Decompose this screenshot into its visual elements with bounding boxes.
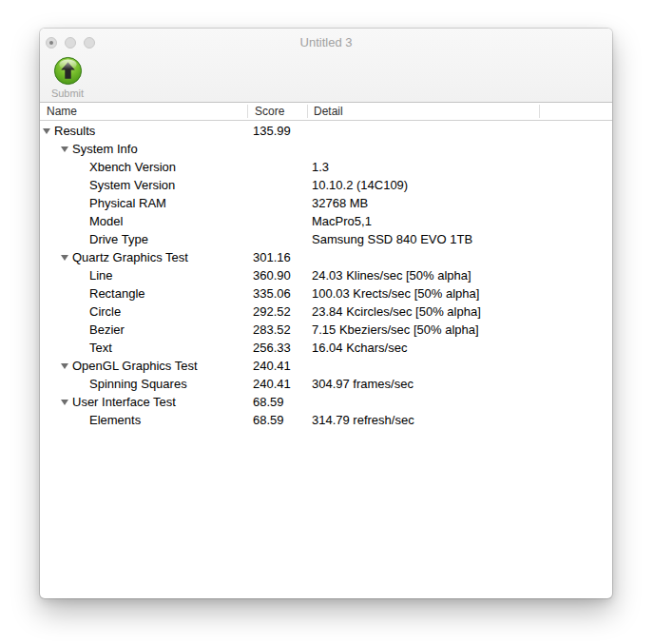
table-body: Results135.99System InfoXbench Version1.… — [40, 122, 612, 429]
row-name: OpenGL Graphics Test — [72, 357, 198, 375]
row-score: 256.33 — [253, 339, 291, 357]
submit-button[interactable]: Submit — [48, 56, 87, 99]
row-name: Quartz Graphics Test — [72, 248, 188, 266]
row-detail: 32768 MB — [312, 194, 368, 212]
row-name: Drive Type — [89, 230, 148, 248]
table-row[interactable]: Circle292.5223.84 Kcircles/sec [50% alph… — [40, 302, 612, 321]
row-score: 283.52 — [253, 321, 291, 339]
table-row[interactable]: Spinning Squares240.41304.97 frames/sec — [40, 375, 612, 393]
disclosure-spacer — [78, 321, 89, 339]
titlebar[interactable]: Untitled 3 — [40, 29, 612, 55]
table-row[interactable]: Physical RAM32768 MB — [40, 194, 612, 212]
disclosure-spacer — [78, 302, 89, 321]
row-score: 135.99 — [253, 122, 291, 140]
xbench-window: Untitled 3 — [40, 29, 612, 598]
row-score: 301.16 — [253, 248, 291, 266]
row-detail: 23.84 Kcircles/sec [50% alpha] — [312, 302, 481, 321]
row-name: System Version — [89, 176, 175, 194]
disclosure-spacer — [78, 339, 89, 357]
row-name: Model — [89, 212, 123, 230]
disclosure-spacer — [78, 158, 89, 176]
table-row[interactable]: System Version10.10.2 (14C109) — [40, 176, 612, 194]
row-detail: Samsung SSD 840 EVO 1TB — [312, 230, 472, 248]
disclosure-triangle-icon[interactable] — [43, 122, 54, 140]
disclosure-triangle-icon[interactable] — [61, 357, 72, 375]
row-detail: 304.97 frames/sec — [312, 375, 414, 393]
table-row[interactable]: Results135.99 — [40, 122, 612, 140]
disclosure-triangle-icon[interactable] — [61, 140, 72, 158]
row-name: Rectangle — [89, 284, 145, 302]
column-separator[interactable] — [247, 105, 248, 118]
window-chrome: Untitled 3 — [40, 29, 612, 103]
disclosure-spacer — [78, 230, 89, 248]
row-score: 68.59 — [253, 411, 284, 429]
row-detail: 10.10.2 (14C109) — [312, 176, 408, 194]
disclosure-spacer — [78, 266, 89, 284]
row-name: System Info — [72, 140, 138, 158]
table-row[interactable]: User Interface Test68.59 — [40, 393, 612, 411]
row-score: 360.90 — [253, 266, 291, 284]
disclosure-spacer — [78, 375, 89, 393]
table-row[interactable]: Quartz Graphics Test301.16 — [40, 248, 612, 266]
table-row[interactable]: Drive TypeSamsung SSD 840 EVO 1TB — [40, 230, 612, 248]
column-header-score[interactable]: Score — [255, 103, 284, 121]
row-name: Physical RAM — [89, 194, 166, 212]
row-name: Line — [89, 266, 113, 284]
table-row[interactable]: Elements68.59314.79 refresh/sec — [40, 411, 612, 429]
row-score: 292.52 — [253, 302, 291, 321]
table-row[interactable]: Bezier283.527.15 Kbeziers/sec [50% alpha… — [40, 321, 612, 339]
table-row[interactable]: Rectangle335.06100.03 Krects/sec [50% al… — [40, 284, 612, 302]
row-detail: MacPro5,1 — [312, 212, 372, 230]
row-score: 68.59 — [253, 393, 284, 411]
row-score: 240.41 — [253, 357, 291, 375]
disclosure-spacer — [78, 212, 89, 230]
submit-button-label: Submit — [48, 88, 87, 99]
row-detail: 100.03 Krects/sec [50% alpha] — [312, 284, 479, 302]
column-header-detail[interactable]: Detail — [314, 103, 343, 121]
row-name: Xbench Version — [89, 158, 176, 176]
disclosure-spacer — [78, 411, 89, 429]
column-separator[interactable] — [307, 105, 308, 118]
disclosure-spacer — [78, 194, 89, 212]
table-row[interactable]: Text256.3316.04 Kchars/sec — [40, 339, 612, 357]
window-title: Untitled 3 — [40, 29, 612, 55]
row-detail: 314.79 refresh/sec — [312, 411, 414, 429]
row-name: Text — [89, 339, 112, 357]
row-name: Spinning Squares — [89, 375, 187, 393]
row-name: Bezier — [89, 321, 125, 339]
green-orb-up-arrow-icon — [53, 56, 83, 86]
row-name: Circle — [89, 302, 121, 321]
disclosure-triangle-icon[interactable] — [61, 393, 72, 411]
table-row[interactable]: ModelMacPro5,1 — [40, 212, 612, 230]
row-detail: 7.15 Kbeziers/sec [50% alpha] — [312, 321, 479, 339]
table-row[interactable]: Xbench Version1.3 — [40, 158, 612, 176]
row-detail: 16.04 Kchars/sec — [312, 339, 407, 357]
row-name: Elements — [89, 411, 141, 429]
row-detail: 1.3 — [312, 158, 329, 176]
disclosure-triangle-icon[interactable] — [61, 248, 72, 266]
table-header: Name Score Detail — [40, 103, 612, 121]
column-header-name[interactable]: Name — [47, 103, 77, 121]
row-name: Results — [54, 122, 95, 140]
table-row[interactable]: System Info — [40, 140, 612, 158]
table-row[interactable]: Line360.9024.03 Klines/sec [50% alpha] — [40, 266, 612, 284]
row-name: User Interface Test — [72, 393, 176, 411]
table-row[interactable]: OpenGL Graphics Test240.41 — [40, 357, 612, 375]
row-score: 240.41 — [253, 375, 291, 393]
row-score: 335.06 — [253, 284, 291, 302]
disclosure-spacer — [78, 176, 89, 194]
row-detail: 24.03 Klines/sec [50% alpha] — [312, 266, 471, 284]
disclosure-spacer — [78, 284, 89, 302]
column-separator[interactable] — [539, 105, 540, 118]
